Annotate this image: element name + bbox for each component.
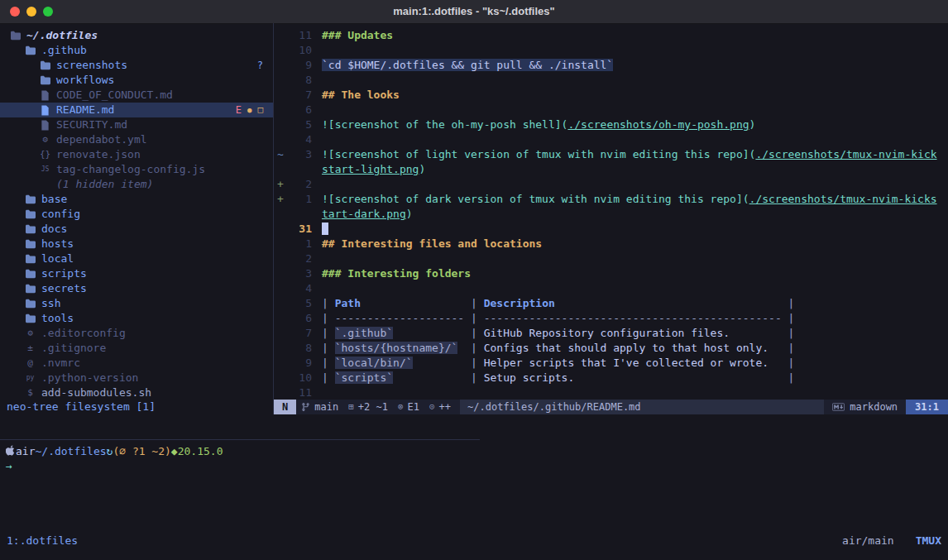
gutter-sign [274, 311, 289, 326]
editor-line[interactable]: 4 [274, 281, 948, 296]
editor-segment-md: ) [749, 118, 756, 131]
editor-segment-codespan: `hosts/{hostname}/` [335, 342, 458, 354]
tree-item-config[interactable]: config [0, 207, 273, 222]
prompt-segment-path: ~/.dotfiles [35, 444, 106, 459]
editor-segment-plain [464, 312, 471, 324]
pane-separator-horizontal[interactable] [0, 439, 480, 440]
tree-item-tag-changelog-config-js[interactable]: JStag-changelog-config.js [0, 162, 273, 177]
editor-line[interactable]: 10| `scripts` | Setup scripts. | [274, 371, 948, 385]
editor-line-text: tart-dark.png) [322, 207, 413, 222]
editor-line[interactable]: 9| `local/bin/` | Helper scripts that I'… [274, 356, 948, 371]
editor-line[interactable]: 6 [274, 103, 948, 117]
tree-item-label: dependabot.yml [56, 132, 147, 147]
tree-item-secrets[interactable]: secrets [0, 281, 273, 296]
gutter-sign: ~ [274, 147, 289, 162]
gutter-sign [274, 103, 289, 117]
editor-line[interactable]: 6| -------------------- | --------------… [274, 311, 948, 326]
tree-item-docs[interactable]: docs [0, 222, 273, 237]
editor-line[interactable]: 2 [274, 251, 948, 266]
tree-item-hosts[interactable]: hosts [0, 237, 273, 251]
editor-pane[interactable]: 11### Updates109`cd $HOME/.dotfiles && g… [274, 23, 948, 400]
close-button[interactable] [10, 7, 20, 17]
minimize-button[interactable] [26, 7, 36, 17]
editor-line[interactable]: 4 [274, 132, 948, 147]
apple-icon [6, 444, 16, 459]
editor-segment-pipe: | [788, 357, 795, 369]
line-number: 10 [289, 43, 312, 58]
tree-item-python-version[interactable]: py.python-version [0, 371, 273, 385]
editor-line[interactable]: 11### Updates [274, 28, 948, 43]
tree-item-base[interactable]: base [0, 192, 273, 207]
editor-line[interactable]: ~3![screenshot of light version of tmux … [274, 147, 948, 162]
editor-line[interactable]: tart-dark.png) [274, 207, 948, 222]
editor-line[interactable]: 1## Interesting files and locations [274, 237, 948, 251]
json-braces-icon: {} [38, 147, 52, 162]
editor-segment-pipe: | [788, 312, 795, 324]
editor-line[interactable]: +2 [274, 177, 948, 192]
tree-item-security-md[interactable]: SECURITY.md [0, 117, 273, 132]
tree-item-label: scripts [41, 266, 87, 281]
tree-item-ssh[interactable]: ssh [0, 296, 273, 311]
tree-item-label: .python-version [41, 371, 138, 385]
editor-line-text: | `hosts/{hostname}/` | Configs that sho… [322, 341, 794, 356]
tree-item-badges: E●□ [236, 103, 273, 117]
tree-item-renovate-json[interactable]: {}renovate.json [0, 147, 273, 162]
tree-item-tools[interactable]: tools [0, 311, 273, 326]
tree-item-readme-md[interactable]: README.mdE●□ [0, 103, 273, 117]
line-number: 10 [289, 371, 312, 385]
tree-item-nvmrc[interactable]: @.nvmrc [0, 356, 273, 371]
editor-line[interactable]: 9`cd $HOME/.dotfiles && git pull && ./in… [274, 58, 948, 73]
tree-item-workflows[interactable]: workflows [0, 73, 273, 88]
tree-item-label: ssh [41, 296, 60, 311]
gutter-sign [274, 222, 289, 237]
editor-line[interactable]: +1![screenshot of dark version of tmux w… [274, 192, 948, 207]
gutter-sign [274, 385, 289, 400]
editor-segment-plain [393, 327, 471, 339]
editor-line[interactable]: 5| Path | Description | [274, 296, 948, 311]
gutter-sign [274, 88, 289, 103]
tree-item-1-hidden-item[interactable]: (1 hidden item) [0, 177, 273, 192]
zoom-button[interactable] [43, 7, 53, 17]
unstaged-badge: □ [257, 103, 263, 117]
tree-item-dependabot-yml[interactable]: ⚙dependabot.yml [0, 132, 273, 147]
editor-line[interactable]: 3### Interesting folders [274, 266, 948, 281]
editor-segment-link: ./screenshots/oh-my-posh.png [567, 118, 749, 131]
editor-line[interactable]: 8| `hosts/{hostname}/` | Configs that sh… [274, 341, 948, 356]
tree-item-gitignore[interactable]: ±.gitignore [0, 341, 273, 356]
editor-line[interactable]: 5![screenshot of the oh-my-posh shell](.… [274, 117, 948, 132]
text-cursor [322, 223, 328, 235]
editor-line[interactable]: 10 [274, 43, 948, 58]
editor-line[interactable]: 11 [274, 385, 948, 400]
tree-item-code-of-conduct-md[interactable]: CODE_OF_CONDUCT.md [0, 88, 273, 103]
editor-line[interactable]: 7| `.github` | GitHub Repository configu… [274, 326, 948, 341]
editor-segment-pipe: | [322, 312, 335, 324]
editor-line[interactable]: 31 [274, 222, 948, 237]
tree-item-editorconfig[interactable]: ⚙.editorconfig [0, 326, 273, 341]
tree-item-label: config [41, 207, 80, 222]
tree-item-github[interactable]: .github [0, 43, 273, 58]
shell-pane[interactable]: air ~/.dotfiles ↻ (⌀ ?1 ~2) ◆ 20.15.0 → [0, 444, 948, 474]
editor-segment-pipe: | [322, 342, 335, 354]
folder-icon [23, 194, 37, 204]
gutter-sign [274, 341, 289, 356]
tree-item-scripts[interactable]: scripts [0, 266, 273, 281]
folder-icon [8, 31, 22, 41]
editor-line[interactable]: 8 [274, 73, 948, 88]
gutter-sign [274, 73, 289, 88]
tree-item-screenshots[interactable]: screenshots? [0, 58, 273, 73]
editor-segment-desc: Helper scripts that I've collected or wr… [484, 357, 768, 369]
tmux-statusbar: 1:.dotfiles air/main TMUX [0, 534, 948, 548]
tree-item-add-submodules-sh[interactable]: $add-submodules.sh [0, 385, 273, 400]
tree-item-local[interactable]: local [0, 251, 273, 266]
folder-icon [23, 299, 37, 309]
tree-item-label: hosts [41, 237, 74, 251]
tree-item-dotfiles[interactable]: ~/.dotfiles [0, 28, 273, 43]
editor-segment-pipe: | [322, 357, 335, 369]
neotree-statusline: neo-tree filesystem [1] [0, 400, 273, 414]
editor-segment-plain [457, 342, 471, 354]
titlebar: main:1:.dotfiles - "ks~/.dotfiles" [0, 0, 948, 24]
tmux-window-name[interactable]: 1:.dotfiles [7, 534, 78, 548]
editor-line[interactable]: 7## The looks [274, 88, 948, 103]
tree-item-label: .nvmrc [41, 356, 80, 371]
editor-line[interactable]: start-light.png) [274, 162, 948, 177]
